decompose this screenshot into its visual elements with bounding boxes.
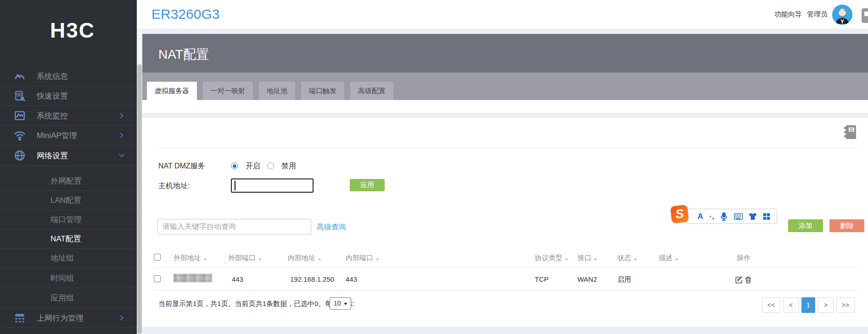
tab-panel-top <box>142 100 868 113</box>
radio-disable[interactable] <box>267 162 274 169</box>
device-name: ER3260G3 <box>151 6 219 22</box>
tab-bar: 虚拟服务器 一对一映射 地址池 端口触发 高级配置 <box>147 82 393 100</box>
col-internal-address[interactable]: 内部地址 ▲ <box>288 254 322 262</box>
sort-asc-icon[interactable]: ▲ <box>375 256 380 261</box>
pager-last-button[interactable]: >> <box>836 297 855 313</box>
col-external-address[interactable]: 外部地址 ▲ <box>174 254 207 262</box>
masked-external-address <box>174 274 212 282</box>
col-internal-port[interactable]: 内部端口 ▲ <box>346 254 380 262</box>
app-window: H3C 系统信息 快速设置 系统监控 MiniAP管理 网络设置 外网配置 LA… <box>0 0 868 334</box>
sidebar-subitem-nat-config[interactable]: NAT配置 <box>0 229 137 249</box>
chevron-right-icon <box>118 112 125 119</box>
page-title: NAT配置 <box>158 46 209 63</box>
sidebar-subitem-address-group[interactable]: 地址组 <box>0 249 137 268</box>
sort-asc-icon[interactable]: ▲ <box>674 256 679 261</box>
sidebar-item-miniap[interactable]: MiniAP管理 <box>0 126 137 145</box>
punctuation-icon[interactable]: ·, <box>709 212 714 220</box>
delete-button[interactable]: 删除 <box>829 219 864 232</box>
divider <box>154 290 857 291</box>
cell-internal-port: 443 <box>346 275 357 283</box>
tab-address-pool[interactable]: 地址池 <box>259 82 295 100</box>
pager-page-1-button[interactable]: 1 <box>801 297 815 313</box>
radio-enable[interactable] <box>231 162 238 169</box>
globe-icon <box>14 150 26 161</box>
keyboard-icon[interactable] <box>734 213 743 220</box>
sidebar-item-label: 网络设置 <box>37 150 68 161</box>
sitemap-icon <box>14 312 26 324</box>
edit-icon[interactable] <box>735 276 743 284</box>
h3c-logo: H3C <box>36 17 109 44</box>
radio-enable-label: 开启 <box>246 161 260 171</box>
tab-virtual-server[interactable]: 虚拟服务器 <box>147 82 197 100</box>
cell-status: 启用 <box>617 275 631 284</box>
sidebar-scrollbar-thumb[interactable] <box>137 64 142 334</box>
sidebar-item-label: 系统监控 <box>37 111 68 121</box>
sort-asc-icon[interactable]: ▲ <box>593 256 598 261</box>
tab-port-trigger[interactable]: 端口触发 <box>301 82 344 100</box>
col-interface[interactable]: 接口 ▲ <box>577 254 598 262</box>
quick-setup-icon <box>14 90 26 102</box>
cell-internal-address: 192.168.1.250 <box>290 275 334 283</box>
select-all-checkbox[interactable] <box>154 254 161 261</box>
user-avatar-icon <box>832 5 852 25</box>
gauge-icon <box>14 70 26 82</box>
microphone-icon[interactable] <box>720 212 728 221</box>
add-button[interactable]: 添加 <box>788 219 823 232</box>
pagination-summary: 当前显示第1页，共1页。当前页共1条数据，已选中0。每页显示: <box>158 300 355 308</box>
sidebar-subitem-time-group[interactable]: 时间组 <box>0 269 137 288</box>
grid-icon[interactable] <box>763 213 770 220</box>
tab-one-to-one-mapping[interactable]: 一对一映射 <box>203 82 253 100</box>
sidebar-item-network-settings[interactable]: 网络设置 <box>0 145 137 166</box>
row-checkbox[interactable] <box>154 275 161 282</box>
avatar[interactable] <box>832 5 852 25</box>
delete-trash-icon[interactable] <box>744 276 752 284</box>
search-input[interactable] <box>157 219 311 234</box>
sidebar-item-behavior-management[interactable]: 上网行为管理 <box>0 308 137 328</box>
col-status[interactable]: 状态 ▲ <box>617 254 638 262</box>
wifi-icon <box>14 129 26 141</box>
sidebar-subitem-port-management[interactable]: 端口管理 <box>0 210 137 229</box>
sort-asc-icon[interactable]: ▲ <box>633 256 638 261</box>
pager-prev-button[interactable]: < <box>783 297 799 313</box>
cell-external-port: 443 <box>232 275 243 283</box>
sort-asc-icon[interactable]: ▲ <box>203 256 207 261</box>
host-address-input[interactable] <box>231 178 314 193</box>
sidebar-item-label: 系统信息 <box>37 71 68 82</box>
col-external-port[interactable]: 外部端口 ▲ <box>228 254 262 262</box>
clipped-notebook-icon[interactable] <box>862 8 868 23</box>
col-protocol[interactable]: 协议类型 ▲ <box>535 254 569 262</box>
sort-asc-icon[interactable]: ▲ <box>258 256 262 261</box>
letter-a-icon[interactable]: A <box>697 212 703 220</box>
sidebar: H3C 系统信息 快速设置 系统监控 MiniAP管理 网络设置 外网配置 LA… <box>0 0 137 334</box>
tab-advanced-config[interactable]: 高级配置 <box>350 82 393 100</box>
sidebar-item-system-info[interactable]: 系统信息 <box>0 67 137 86</box>
host-address-label: 主机地址: <box>158 181 190 191</box>
col-description[interactable]: 描述 ▲ <box>659 254 679 262</box>
advanced-query-link[interactable]: 高级查询 <box>317 223 346 232</box>
dmz-service-label: NAT DMZ服务 <box>158 161 205 171</box>
clothes-icon[interactable] <box>749 212 757 220</box>
sidebar-subitem-app-group[interactable]: 应用组 <box>0 289 137 308</box>
pager-next-button[interactable]: > <box>818 297 834 313</box>
divider <box>154 267 857 267</box>
col-actions: 操作 <box>737 254 750 262</box>
sidebar-item-label: MiniAP管理 <box>37 130 77 141</box>
monitor-icon <box>14 110 26 122</box>
cell-protocol: TCP <box>535 275 549 283</box>
page-size-select[interactable]: 10 <box>330 297 351 310</box>
top-header: ER3260G3 功能向导 管理员 <box>137 0 868 28</box>
guide-link[interactable]: 功能向导 <box>774 10 802 19</box>
admin-link[interactable]: 管理员 <box>807 10 828 19</box>
pager-first-button[interactable]: << <box>762 297 780 313</box>
sidebar-subitem-wan-config[interactable]: 外网配置 <box>0 172 137 191</box>
page-banner <box>142 34 868 72</box>
sort-asc-icon[interactable]: ▲ <box>564 256 569 261</box>
sidebar-item-quick-setup[interactable]: 快速设置 <box>0 86 137 106</box>
chevron-right-icon <box>118 315 125 321</box>
sidebar-subitem-lan-config[interactable]: LAN配置 <box>0 191 137 210</box>
sidebar-item-system-monitor[interactable]: 系统监控 <box>0 106 137 126</box>
sogou-logo-icon[interactable]: S <box>670 205 689 223</box>
notebook-log-icon[interactable] <box>844 125 857 139</box>
apply-button[interactable]: 应用 <box>350 179 385 191</box>
sort-asc-icon[interactable]: ▲ <box>317 256 322 261</box>
